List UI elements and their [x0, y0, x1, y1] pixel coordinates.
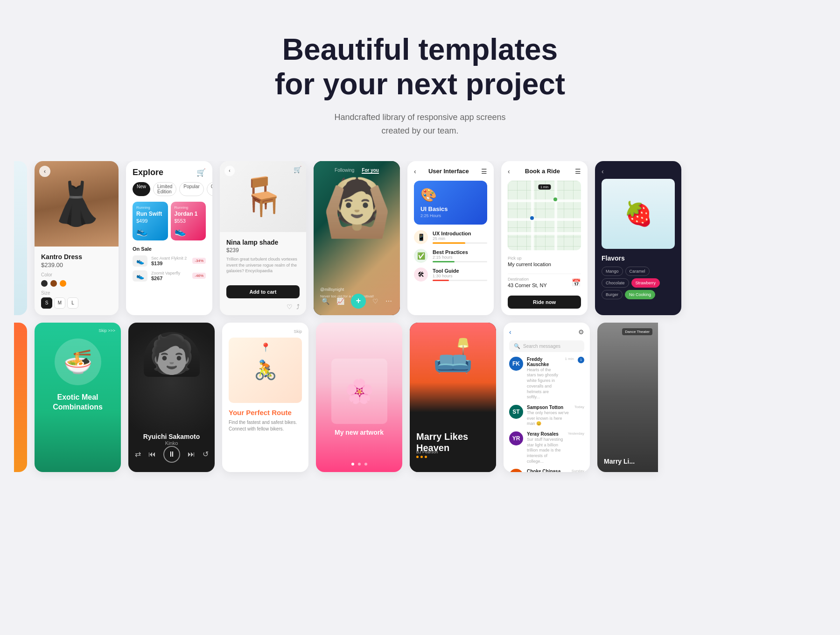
chair-product-price: $239	[226, 247, 300, 254]
flavor-strawberry[interactable]: Strawberry	[631, 278, 660, 288]
ride-back-button[interactable]: ‹	[508, 168, 510, 175]
card-dance-theater: Dance Theater Marry Li...	[597, 323, 658, 472]
flavor-no-cooking[interactable]: No Cooking	[625, 290, 655, 299]
share-icon[interactable]: ⤴	[296, 303, 300, 310]
flavor-burger[interactable]: Burger	[602, 290, 623, 299]
card-social-feed: 🙆 Following For you @millsynight Never t…	[314, 161, 400, 315]
flavors-back-button[interactable]: ‹	[602, 168, 675, 175]
ui-screen-title: User Interface	[428, 168, 469, 175]
flavor-mango[interactable]: Mango	[602, 267, 623, 276]
exotic-skip-button[interactable]: Skip >>>	[98, 328, 115, 333]
course-item-1[interactable]: 📱 UX Introduction 25 min	[414, 230, 487, 244]
message-item-4[interactable]: CC Choke Chinasa The sky calls to us sti…	[509, 469, 584, 472]
flavor-caramel[interactable]: Caramel	[625, 267, 650, 276]
search-placeholder: Search messages	[523, 344, 560, 349]
dance-show-title: Marry Li...	[604, 458, 635, 466]
message-search-bar[interactable]: 🔍 Search messages	[509, 340, 584, 352]
course-1-title: UX Introduction	[433, 231, 487, 236]
music-controls[interactable]: ⇄ ⏮ ⏸ ⏭ ↺	[135, 446, 209, 463]
sale-item-1[interactable]: 👟 Sec Avant Flyknit 2 $139 -34%	[133, 255, 206, 267]
pickup-input[interactable]: Pick up My current location	[508, 256, 581, 267]
rating-dot-1	[416, 456, 419, 458]
calendar-icon[interactable]: 📅	[572, 278, 581, 287]
card-messaging: ‹ ⚙ 🔍 Search messages FK Freddy Kauschke…	[504, 323, 590, 472]
color-options[interactable]	[41, 280, 112, 287]
ride-now-button[interactable]: Ride now	[508, 296, 581, 309]
chair-back-button[interactable]: ‹	[224, 166, 235, 176]
shoe-2-card[interactable]: Running Jordan 1 $553 👟	[171, 202, 206, 240]
social-chart-icon[interactable]: 📈	[336, 297, 344, 305]
add-to-cart-button[interactable]: Add to cart	[226, 285, 300, 298]
course-item-2[interactable]: ✅ Best Practices 2:15 hours	[414, 249, 487, 263]
message-4-content: Choke Chinasa The sky calls to us stirre…	[527, 469, 568, 472]
size-l[interactable]: L	[67, 297, 78, 309]
message-item-2[interactable]: ST Sampson Totton The only heroes we've …	[509, 405, 584, 427]
destination-value: 43 Corner St, NY	[508, 282, 581, 288]
ui-featured-title: UI Basics	[420, 205, 481, 212]
prev-icon[interactable]: ⏮	[148, 450, 156, 459]
tab-new[interactable]: New	[133, 182, 150, 196]
ui-menu-icon[interactable]: ☰	[481, 168, 487, 175]
message-1-content: Freddy Kauschke Hearts of the stars two …	[527, 357, 561, 400]
destination-label: Destination	[508, 277, 581, 282]
message-item-3[interactable]: YR Yeray Rosales Sur stuff harvesting st…	[509, 431, 584, 464]
ui-featured-course[interactable]: 🎨 UI Basics 2:25 Hours	[414, 181, 487, 225]
ui-featured-time: 2:25 Hours	[420, 213, 481, 218]
social-add-button[interactable]: +	[351, 294, 366, 309]
pickup-label: Pick up	[508, 256, 581, 261]
chair-cart-icon[interactable]: 🛒	[294, 166, 301, 173]
shoe-2-price: $553	[175, 218, 203, 224]
route-skip-button[interactable]: Skip	[229, 329, 302, 334]
course-item-3[interactable]: 🛠 Tool Guide 1:30 hours	[414, 268, 487, 282]
art-dot-1	[351, 463, 354, 466]
repeat-icon[interactable]: ↺	[203, 450, 209, 459]
next-icon[interactable]: ⏭	[188, 450, 195, 459]
row-1: ‹ 👗 Kantro Dress $239.00 Color Size S	[14, 161, 826, 315]
size-options[interactable]: S M L	[41, 297, 112, 309]
featured-shoes: Running Run Swift $499 👟 Running Jordan …	[133, 202, 206, 240]
sale-item-2[interactable]: 👟 Zoomit Vaperfly $267 -46%	[133, 270, 206, 282]
tab-popular[interactable]: Popular	[179, 182, 203, 196]
flavor-tags[interactable]: Mango Caramel Chocolate Strawberry Burge…	[602, 267, 675, 299]
social-actions[interactable]: 🔍 📈 + ♡ ⋯	[314, 294, 400, 309]
social-share-icon[interactable]: ⋯	[385, 297, 392, 305]
social-person-image: 🙆	[314, 161, 400, 315]
card-exotic-meals: Skip >>> 🍜 Exotic Meal Combinations	[35, 323, 121, 472]
map-pin-pickup	[553, 198, 557, 201]
social-heart-icon[interactable]: ♡	[372, 297, 378, 305]
avatar-choke: CC	[509, 469, 523, 472]
messaging-settings-icon[interactable]: ⚙	[578, 328, 584, 336]
card-chair: ‹ 🛒 🪑 Nina lamp shade $239 Trillion grea…	[220, 161, 306, 315]
chair-product-info: Nina lamp shade $239 Trillion great turb…	[220, 232, 306, 281]
social-feed-tabs[interactable]: Following For you	[314, 168, 400, 174]
color-dot-orange[interactable]	[60, 280, 66, 287]
fashion-back-button[interactable]: ‹	[39, 166, 50, 177]
cart-icon[interactable]: 🛒	[196, 168, 206, 177]
ride-menu-icon[interactable]: ☰	[575, 168, 581, 175]
size-s[interactable]: S	[41, 297, 52, 309]
play-pause-button[interactable]: ⏸	[163, 446, 180, 463]
sale-badge-1: -34%	[192, 258, 206, 264]
destination-input[interactable]: Destination 43 Corner St, NY	[508, 277, 581, 288]
shoe-1-icon: 👟	[136, 226, 164, 237]
tab-more[interactable]: Cla...	[207, 182, 212, 196]
size-m[interactable]: M	[54, 297, 65, 309]
heart-icon[interactable]: ♡	[287, 303, 293, 310]
shoe-2-icon: 👟	[175, 226, 203, 237]
ui-back-button[interactable]: ‹	[414, 168, 416, 175]
tab-following[interactable]: Following	[335, 168, 354, 174]
tab-limited[interactable]: Limited Edition	[153, 182, 176, 196]
color-dot-brown[interactable]	[50, 280, 57, 287]
explore-tabs[interactable]: New Limited Edition Popular Cla...	[133, 182, 206, 196]
color-dot-dark[interactable]	[41, 280, 48, 287]
shoe-2-name: Jordan 1	[175, 211, 203, 217]
art-dot-2	[358, 463, 361, 466]
shoe-1-price: $499	[136, 218, 164, 224]
shoe-1-card[interactable]: Running Run Swift $499 👟	[133, 202, 168, 240]
flavor-chocolate[interactable]: Chocolate	[602, 278, 629, 288]
messaging-back-button[interactable]: ‹	[509, 328, 511, 336]
message-item-1[interactable]: FK Freddy Kauschke Hearts of the stars t…	[509, 357, 584, 400]
shuffle-icon[interactable]: ⇄	[135, 450, 141, 459]
tab-for-you[interactable]: For you	[362, 168, 379, 174]
social-search-icon[interactable]: 🔍	[322, 297, 329, 305]
